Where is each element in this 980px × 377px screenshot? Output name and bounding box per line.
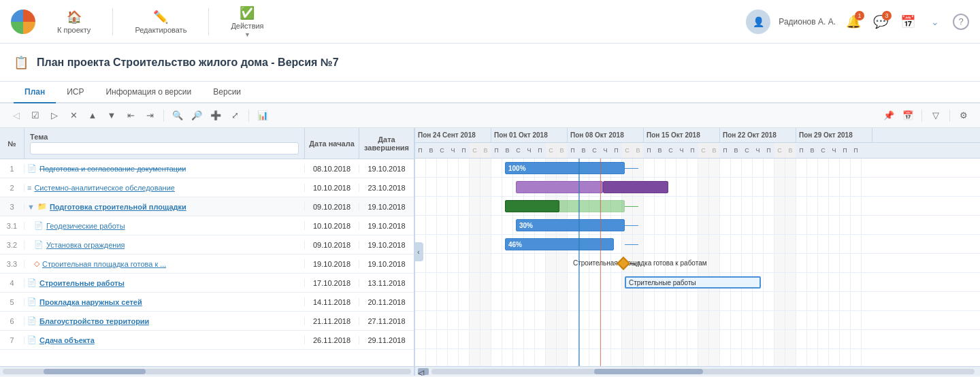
gantt-days: ПВСЧПСВПВСЧПСВПВСЧПСВПВСЧПСВПВСЧПСВПВСЧП… xyxy=(415,143,980,158)
task-link[interactable]: Прокладка наружных сетей xyxy=(39,298,142,306)
indent-btn[interactable]: ⇥ xyxy=(142,108,158,124)
day-cell: П xyxy=(851,143,862,158)
dropdown-notif[interactable]: ⌄ xyxy=(926,12,945,31)
gantt-scroll[interactable]: ◁ xyxy=(415,366,980,376)
gantt-bar-2b[interactable] xyxy=(603,181,668,193)
day-cell: С xyxy=(513,143,524,158)
left-panel-toggle[interactable]: ‹ xyxy=(414,242,423,261)
scroll-left-btn[interactable]: ◁ xyxy=(418,368,429,375)
notif-badge-2[interactable]: 💬 3 xyxy=(871,12,890,31)
cell-end: 29.11.2018 xyxy=(359,336,414,344)
scroll-thumb xyxy=(44,369,146,374)
day-cell: С xyxy=(774,143,785,158)
back-btn[interactable]: ◁ xyxy=(8,108,24,124)
user-name: Радионов А. А. xyxy=(779,17,836,27)
task-link[interactable]: Подготовка строительной площадки xyxy=(50,203,186,211)
cell-no: 1 xyxy=(0,165,24,173)
week-label: Пон 15 Окт 2018 xyxy=(644,128,720,142)
cell-no: 4 xyxy=(0,279,24,287)
day-cell: Ч xyxy=(676,143,687,158)
gantt-header: Пон 24 Сент 2018 Пон 01 Окт 2018 Пон 08 … xyxy=(415,128,980,159)
forward-btn[interactable]: ▷ xyxy=(46,108,63,124)
task-link[interactable]: Установка ограждения xyxy=(46,241,125,249)
expand-icon[interactable]: ▼ xyxy=(27,203,35,211)
filter-btn[interactable]: ▽ xyxy=(928,108,944,124)
search-input[interactable] xyxy=(30,142,299,154)
task-link[interactable]: Системно-аналитическое обследование xyxy=(34,184,174,192)
col-theme-label: Тема xyxy=(30,133,48,141)
cell-no: 3.3 xyxy=(0,260,24,268)
cell-end: 19.10.2018 xyxy=(359,222,414,230)
cell-theme: ◇ Строительная площадка готова к ... xyxy=(24,259,305,268)
calendar-filter-btn[interactable]: 📅 xyxy=(900,108,916,124)
table-scroll[interactable] xyxy=(0,366,414,376)
btn-project-label: К проекту xyxy=(57,26,91,34)
cell-start: 10.10.2018 xyxy=(305,184,359,192)
pin-btn[interactable]: 📌 xyxy=(881,108,897,124)
day-cell: С xyxy=(437,143,448,158)
checkbox-btn[interactable]: ☑ xyxy=(27,108,44,124)
expand-btn[interactable]: ⤢ xyxy=(227,108,243,124)
day-cell: С xyxy=(666,143,676,158)
cell-start: 14.11.2018 xyxy=(305,298,359,306)
gantt-bar-1[interactable]: 100% xyxy=(505,162,625,174)
table-row: 7 📄 Сдача объекта 26.11.2018 29.11.2018 xyxy=(0,331,414,350)
settings-btn[interactable]: ⚙ xyxy=(956,108,972,124)
gantt-bar-4[interactable]: 30% xyxy=(516,219,625,231)
calendar-notif[interactable]: 📅 xyxy=(898,12,917,31)
btn-edit[interactable]: ✏️ Редактировать xyxy=(129,7,192,37)
cell-start: 09.10.2018 xyxy=(305,203,359,211)
btn-actions[interactable]: ✅ Действия ▼ xyxy=(225,3,269,41)
day-cell: В xyxy=(807,143,818,158)
user-avatar: 👤 xyxy=(746,10,770,34)
task-link[interactable]: Благоустройство территории xyxy=(39,317,149,325)
cell-end: 19.10.2018 xyxy=(359,165,414,173)
task-link[interactable]: Геодезические работы xyxy=(46,222,125,230)
table-row: 3.1 📄 Геодезические работы 10.10.2018 19… xyxy=(0,216,414,235)
day-cell: П xyxy=(611,143,622,158)
task-icon: 📄 xyxy=(27,164,37,173)
gantt-bar-2a[interactable] xyxy=(516,181,603,193)
zoom-in-btn[interactable]: 🔎 xyxy=(189,108,205,124)
day-cell: С xyxy=(698,143,709,158)
table-row: 1 📄 Подготовка и согласование документац… xyxy=(0,159,414,178)
tab-versions[interactable]: Версии xyxy=(202,82,252,103)
cell-end: 19.10.2018 xyxy=(359,260,414,268)
task-icon: 📄 xyxy=(34,221,44,230)
remove-btn[interactable]: ✕ xyxy=(65,108,82,124)
table-row: 2 ≡ Системно-аналитическое обследование … xyxy=(0,178,414,197)
tab-info[interactable]: Информация о версии xyxy=(95,82,202,103)
edit-icon: ✏️ xyxy=(153,10,168,24)
task-link[interactable]: Подготовка и согласование документации xyxy=(39,165,186,173)
btn-project[interactable]: 🏠 К проекту xyxy=(52,7,96,37)
task-link[interactable]: Строительные работы xyxy=(39,279,125,287)
gantt-bar-7[interactable]: Стрительные работы xyxy=(625,276,761,289)
gantt-row-4: 30% xyxy=(415,216,980,235)
connector-4 xyxy=(625,225,638,226)
chart-btn[interactable]: 📊 xyxy=(255,108,271,124)
up-btn[interactable]: ▲ xyxy=(84,108,101,124)
outdent-btn[interactable]: ⇤ xyxy=(122,108,139,124)
actions-icon: ✅ xyxy=(240,5,255,20)
day-cell: В xyxy=(731,143,742,158)
down-btn[interactable]: ▼ xyxy=(103,108,120,124)
day-cell: С xyxy=(546,143,557,158)
day-cell: В xyxy=(785,143,796,158)
gantt-bar-3b[interactable] xyxy=(505,200,559,212)
tab-isr[interactable]: ИСР xyxy=(56,82,95,103)
day-cell: Ч xyxy=(600,143,611,158)
help-button[interactable]: ? xyxy=(953,14,969,30)
tab-plan[interactable]: План xyxy=(14,82,56,103)
notif-badge-1[interactable]: 🔔 1 xyxy=(844,12,863,31)
gantt-bar-5[interactable]: 46% xyxy=(505,238,614,250)
task-link[interactable]: Строительная площадка готова к ... xyxy=(42,260,166,268)
day-cell: С xyxy=(742,143,753,158)
sec-sep-1 xyxy=(163,110,164,122)
cell-theme: 📄 Строительные работы xyxy=(24,278,305,287)
cell-theme: 📄 Установка ограждения xyxy=(24,240,305,249)
task-link[interactable]: Сдача объекта xyxy=(39,336,95,344)
add-btn[interactable]: ➕ xyxy=(208,108,224,124)
zoom-out-btn[interactable]: 🔍 xyxy=(169,108,186,124)
cell-no: 3.1 xyxy=(0,222,24,230)
table-row: 5 📄 Прокладка наружных сетей 14.11.2018 … xyxy=(0,293,414,312)
